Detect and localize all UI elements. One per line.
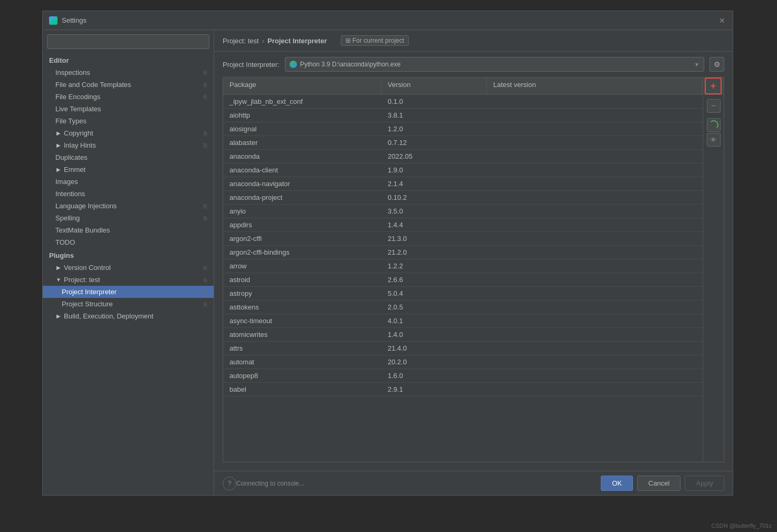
table-row[interactable]: automat 20.2.0 <box>223 355 724 369</box>
remove-package-button[interactable]: − <box>707 99 721 113</box>
sidebar-item-file-encodings[interactable]: File Encodings ⎘ <box>43 91 214 103</box>
copy-icon: ⎘ <box>204 82 207 88</box>
table-header: Package Version Latest version + <box>223 78 724 95</box>
interpreter-value: Python 3.9 D:\anaconda\python.exe <box>300 61 694 68</box>
sidebar-item-project-interpreter[interactable]: Project Interpreter ⎘ <box>43 286 214 298</box>
table-row[interactable]: _ipyw_jlab_nb_ext_conf 0.1.0 <box>223 95 724 109</box>
search-input[interactable] <box>52 38 205 45</box>
copy-icon: ⎘ <box>204 289 207 295</box>
sidebar-item-project-structure[interactable]: Project Structure ⎘ <box>43 298 214 310</box>
sidebar-item-textmate-bundles[interactable]: TextMate Bundles <box>43 224 214 236</box>
interpreter-row: Project Interpreter: Python 3.9 D:\anaco… <box>214 52 733 77</box>
table-row[interactable]: anaconda-client 1.9.0 <box>223 163 724 177</box>
sidebar-item-language-injections[interactable]: Language Injections ⎘ <box>43 200 214 212</box>
package-name: attrs <box>223 342 381 355</box>
package-latest <box>487 273 724 286</box>
table-row[interactable]: aiohttp 3.8.1 <box>223 109 724 122</box>
package-version: 2.0.5 <box>381 301 487 314</box>
package-version: 0.10.2 <box>381 191 487 204</box>
table-row[interactable]: autopep8 1.6.0 <box>223 369 724 383</box>
package-name: astroid <box>223 273 381 286</box>
sidebar-item-live-templates[interactable]: Live Templates <box>43 103 214 115</box>
package-name: arrow <box>223 259 381 273</box>
cancel-button[interactable]: Cancel <box>637 476 680 491</box>
table-row[interactable]: anaconda 2022.05 <box>223 150 724 163</box>
search-box[interactable] <box>47 34 209 49</box>
add-icon[interactable]: + <box>705 78 722 94</box>
table-body: _ipyw_jlab_nb_ext_conf 0.1.0 aiohttp 3.8… <box>223 95 724 462</box>
textmate-bundles-label: TextMate Bundles <box>55 226 110 234</box>
table-row[interactable]: attrs 21.4.0 <box>223 342 724 355</box>
live-templates-label: Live Templates <box>55 105 101 113</box>
package-name: anaconda <box>223 150 381 163</box>
breadcrumb-badge: ⊞ For current project <box>341 35 409 46</box>
package-latest <box>487 355 724 369</box>
package-latest <box>487 191 724 204</box>
package-latest <box>487 301 724 314</box>
sidebar-item-project-test[interactable]: ▼ Project: test ⎘ <box>43 274 214 286</box>
sidebar-item-file-types[interactable]: File Types <box>43 115 214 127</box>
help-button[interactable]: ? <box>223 477 236 490</box>
package-latest <box>487 232 724 245</box>
expand-arrow: ▶ <box>55 130 62 137</box>
package-latest <box>487 205 724 218</box>
sidebar-item-inlay-hints[interactable]: ▶ Inlay Hints ⎘ <box>43 139 214 151</box>
sidebar-item-build-execution[interactable]: ▶ Build, Execution, Deployment <box>43 310 214 322</box>
sidebar-item-copyright[interactable]: ▶ Copyright ⎘ <box>43 127 214 139</box>
table-row[interactable]: anaconda-project 0.10.2 <box>223 191 724 205</box>
sidebar-item-duplicates[interactable]: Duplicates <box>43 151 214 163</box>
file-types-label: File Types <box>55 117 87 125</box>
table-row[interactable]: appdirs 1.4.4 <box>223 218 724 232</box>
package-version: 1.2.0 <box>381 122 487 136</box>
breadcrumb-separator: › <box>262 37 264 45</box>
sidebar-item-spelling[interactable]: Spelling ⎘ <box>43 212 214 224</box>
table-row[interactable]: argon2-cffi-bindings 21.2.0 <box>223 246 724 259</box>
sidebar-item-file-code-templates[interactable]: File and Code Templates ⎘ <box>43 79 214 91</box>
spinner-button[interactable] <box>707 118 721 132</box>
apply-button[interactable]: Apply <box>685 476 724 491</box>
table-row[interactable]: anaconda-navigator 2.1.4 <box>223 177 724 191</box>
interpreter-gear-button[interactable]: ⚙ <box>709 57 724 72</box>
table-row[interactable]: async-timeout 4.0.1 <box>223 314 724 328</box>
close-button[interactable]: ✕ <box>718 16 726 25</box>
table-row[interactable]: aiosignal 1.2.0 <box>223 122 724 136</box>
package-name: autopep8 <box>223 369 381 382</box>
sidebar-item-images[interactable]: Images <box>43 176 214 188</box>
packages-table: Package Version Latest version + _ipyw_j… <box>223 77 724 462</box>
add-package-button[interactable]: + <box>703 78 724 94</box>
package-version: 2.1.4 <box>381 177 487 190</box>
package-latest <box>487 246 724 259</box>
package-version: 1.4.0 <box>381 328 487 341</box>
interpreter-select[interactable]: Python 3.9 D:\anaconda\python.exe ▼ <box>285 57 704 72</box>
col-header-latest: Latest version <box>487 78 703 94</box>
file-code-templates-label: File and Code Templates <box>55 81 131 89</box>
sidebar-item-todo[interactable]: TODO <box>43 236 214 248</box>
table-row[interactable]: asttokens 2.0.5 <box>223 301 724 314</box>
sidebar-item-inspections[interactable]: Inspections ⎘ <box>43 66 214 79</box>
ok-button[interactable]: OK <box>601 476 633 491</box>
project-structure-label: Project Structure <box>62 300 113 308</box>
loading-spinner-icon <box>709 120 718 130</box>
breadcrumb-bar: Project: test › Project Interpreter ⊞ Fo… <box>214 30 733 52</box>
table-row[interactable]: babel 2.9.1 <box>223 383 724 396</box>
table-row[interactable]: arrow 1.2.2 <box>223 259 724 273</box>
sidebar-item-emmet[interactable]: ▶ Emmet <box>43 163 214 176</box>
copy-icon: ⎘ <box>204 70 207 76</box>
table-row[interactable]: alabaster 0.7.12 <box>223 136 724 150</box>
table-row[interactable]: atomicwrites 1.4.0 <box>223 328 724 342</box>
eye-button[interactable]: 👁 <box>707 133 721 147</box>
table-row[interactable]: astropy 5.0.4 <box>223 287 724 301</box>
watermark: CSDN @butterfly_701c <box>712 523 772 529</box>
table-row[interactable]: astroid 2.6.6 <box>223 273 724 287</box>
sidebar-item-version-control[interactable]: ▶ Version Control ⎘ <box>43 262 214 274</box>
table-row[interactable]: argon2-cffi 21.3.0 <box>223 232 724 246</box>
package-version: 1.6.0 <box>381 369 487 382</box>
package-version: 1.9.0 <box>381 163 487 177</box>
package-latest <box>487 342 724 355</box>
package-name: babel <box>223 383 381 396</box>
sidebar-item-intentions[interactable]: Intentions <box>43 188 214 200</box>
package-version: 20.2.0 <box>381 355 487 369</box>
package-version: 1.4.4 <box>381 218 487 231</box>
status-text: Connecting to console... <box>236 480 304 487</box>
table-row[interactable]: anyio 3.5.0 <box>223 205 724 218</box>
